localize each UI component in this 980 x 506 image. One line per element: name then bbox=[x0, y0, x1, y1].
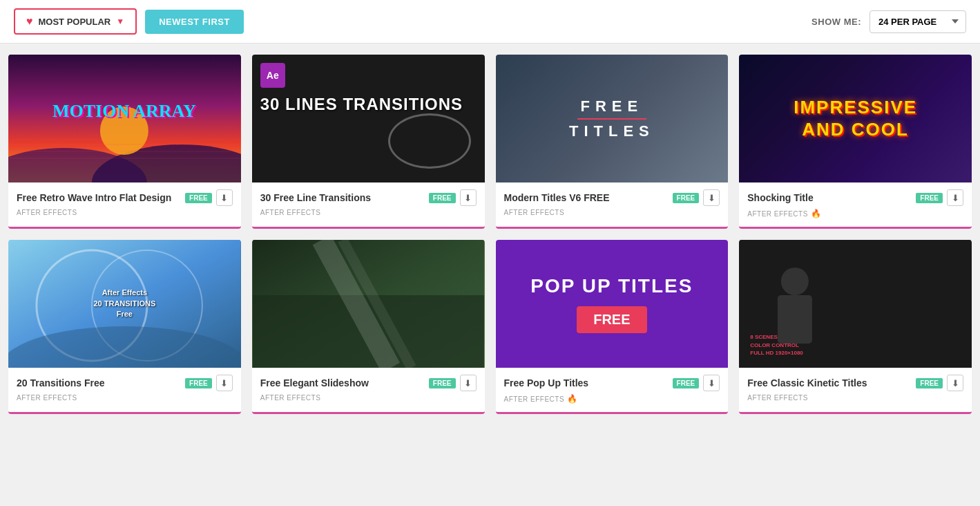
card-elegant-slideshow: YOUR TEXT HERE 06 Free Elegant Slideshow… bbox=[252, 240, 485, 414]
card-category: AFTER EFFECTS bbox=[260, 394, 477, 402]
category-label: AFTER EFFECTS bbox=[504, 395, 565, 403]
svg-point-17 bbox=[781, 268, 809, 295]
shocking-title-text: IMPRESSIVEAND COOL bbox=[794, 97, 917, 140]
download-button[interactable]: ⬇ bbox=[703, 375, 720, 391]
card-thumbnail[interactable]: Ae 30 LINES TRANSITIONS bbox=[252, 55, 485, 182]
card-thumbnail[interactable]: YOUR TEXT HERE 06 bbox=[252, 240, 485, 368]
card-title: Free Classic Kinetic Titles bbox=[747, 377, 867, 388]
card-meta: FREE ⬇ bbox=[673, 189, 720, 206]
show-me-label: SHOW ME: bbox=[811, 17, 861, 27]
card-shocking-title: IMPRESSIVEAND COOL Shocking Title FREE ⬇… bbox=[739, 55, 972, 229]
card-thumbnail[interactable]: POP UP TITLES FREE bbox=[496, 240, 729, 368]
free-badge: FREE bbox=[673, 378, 700, 388]
card-meta: FREE ⬇ bbox=[185, 189, 233, 206]
category-label: AFTER EFFECTS bbox=[260, 209, 321, 216]
card-modern-titles: FREE TITLES Modern Titles V6 FREE FREE ⬇… bbox=[496, 55, 729, 229]
download-button[interactable]: ⬇ bbox=[460, 375, 477, 391]
card-category: AFTER EFFECTS bbox=[17, 394, 233, 402]
thumbnail-image: IMPRESSIVEAND COOL bbox=[739, 55, 972, 182]
kinetic-details-text: 8 SCENESCOLOR CONTROLFULL HD 1920×1080 bbox=[750, 333, 803, 357]
thumbnail-image: MOTION ARRAY bbox=[8, 55, 241, 182]
thumbnail-image: CLASSIC KINETIC TITLES FREE 8 SCENESCOLO… bbox=[739, 240, 972, 368]
download-button[interactable]: ⬇ bbox=[947, 189, 963, 206]
card-title-row: Free Pop Up Titles FREE ⬇ bbox=[504, 375, 720, 391]
card-info: Free Retro Wave Intro Flat Design FREE ⬇… bbox=[8, 182, 241, 225]
chevron-down-icon: ▼ bbox=[116, 17, 124, 26]
free-badge: FREE bbox=[916, 193, 943, 203]
card-info: Free Classic Kinetic Titles FREE ⬇ AFTER… bbox=[739, 368, 972, 410]
category-label: AFTER EFFECTS bbox=[504, 209, 565, 216]
card-category: AFTER EFFECTS 🔥 bbox=[504, 394, 720, 404]
card-thumbnail[interactable]: IMPRESSIVEAND COOL bbox=[739, 55, 972, 182]
free-badge: FREE bbox=[185, 193, 212, 203]
free-badge: FREE bbox=[185, 378, 212, 388]
card-meta: FREE ⬇ bbox=[429, 189, 477, 206]
card-thumbnail[interactable]: MOTION ARRAY bbox=[8, 55, 241, 182]
lines-circle bbox=[388, 113, 471, 169]
cards-grid: MOTION ARRAY Free Retro Wave Intro Flat … bbox=[0, 44, 980, 425]
card-info: 30 Free Line Transitions FREE ⬇ AFTER EF… bbox=[252, 182, 485, 225]
download-button[interactable]: ⬇ bbox=[460, 189, 477, 206]
card-retro-wave: MOTION ARRAY Free Retro Wave Intro Flat … bbox=[8, 55, 241, 229]
free-badge: FREE bbox=[916, 378, 943, 388]
most-popular-button[interactable]: ♥ MOST POPULAR ▼ bbox=[14, 8, 137, 35]
category-label: AFTER EFFECTS bbox=[17, 209, 77, 216]
card-title-row: Free Classic Kinetic Titles FREE ⬇ bbox=[747, 375, 963, 391]
thumbnail-image: FREE TITLES bbox=[496, 55, 729, 182]
free-badge: FREE bbox=[673, 193, 700, 203]
card-category: AFTER EFFECTS bbox=[260, 209, 477, 216]
thumbnail-image: After Effects20 TRANSITIONSFree bbox=[8, 240, 241, 368]
svg-text:MOTION ARRAY: MOTION ARRAY bbox=[52, 101, 196, 121]
card-info: Free Pop Up Titles FREE ⬇ AFTER EFFECTS … bbox=[496, 368, 729, 412]
card-info: Modern Titles V6 FREE FREE ⬇ AFTER EFFEC… bbox=[496, 182, 729, 225]
card-info: Shocking Title FREE ⬇ AFTER EFFECTS 🔥 bbox=[739, 182, 972, 227]
card-popup-titles: POP UP TITLES FREE Free Pop Up Titles FR… bbox=[496, 240, 729, 414]
top-bar: ♥ MOST POPULAR ▼ NEWEST FIRST SHOW ME: 1… bbox=[0, 0, 980, 44]
card-info: Free Elegant Slideshow FREE ⬇ AFTER EFFE… bbox=[252, 368, 485, 410]
thumbnail-image: YOUR TEXT HERE 06 bbox=[252, 240, 485, 368]
category-label: AFTER EFFECTS bbox=[747, 394, 808, 402]
newest-first-button[interactable]: NEWEST FIRST bbox=[145, 10, 244, 34]
card-category: AFTER EFFECTS bbox=[747, 394, 963, 402]
popup-free-text: FREE bbox=[577, 306, 646, 333]
category-label: AFTER EFFECTS bbox=[17, 394, 77, 402]
show-me-section: SHOW ME: 12 PER PAGE 24 PER PAGE 48 PER … bbox=[811, 10, 966, 33]
thumbnail-image: POP UP TITLES FREE bbox=[496, 240, 729, 368]
modern-line bbox=[577, 118, 646, 120]
card-category: AFTER EFFECTS 🔥 bbox=[747, 209, 963, 218]
modern-top-text: FREE bbox=[581, 97, 644, 115]
download-button[interactable]: ⬇ bbox=[216, 375, 233, 391]
card-info: 20 Transitions Free FREE ⬇ AFTER EFFECTS bbox=[8, 368, 241, 410]
card-title: Modern Titles V6 FREE bbox=[504, 192, 610, 203]
fire-icon: 🔥 bbox=[811, 209, 822, 218]
card-title: Free Pop Up Titles bbox=[504, 377, 589, 388]
card-thumbnail[interactable]: After Effects20 TRANSITIONSFree bbox=[8, 240, 241, 368]
card-thumbnail[interactable]: FREE TITLES bbox=[496, 55, 729, 182]
card-title-row: Shocking Title FREE ⬇ bbox=[747, 189, 963, 206]
card-title-row: Free Retro Wave Intro Flat Design FREE ⬇ bbox=[17, 189, 233, 206]
card-meta: FREE ⬇ bbox=[673, 375, 720, 391]
category-label: AFTER EFFECTS bbox=[747, 210, 808, 218]
free-badge: FREE bbox=[429, 378, 456, 388]
download-button[interactable]: ⬇ bbox=[703, 189, 720, 206]
transitions-overlay-text: After Effects20 TRANSITIONSFree bbox=[93, 288, 155, 319]
per-page-select[interactable]: 12 PER PAGE 24 PER PAGE 48 PER PAGE bbox=[869, 10, 966, 33]
ae-logo: Ae bbox=[260, 63, 285, 88]
card-title: Free Retro Wave Intro Flat Design bbox=[17, 192, 171, 203]
card-kinetic-titles: CLASSIC KINETIC TITLES FREE 8 SCENESCOLO… bbox=[739, 240, 972, 414]
download-button[interactable]: ⬇ bbox=[947, 375, 963, 391]
card-title: Free Elegant Slideshow bbox=[260, 377, 369, 388]
card-title-row: 30 Free Line Transitions FREE ⬇ bbox=[260, 189, 477, 206]
card-20-transitions: After Effects20 TRANSITIONSFree 20 Trans… bbox=[8, 240, 241, 414]
fire-icon: 🔥 bbox=[567, 394, 578, 404]
popup-title-text: POP UP TITLES bbox=[530, 274, 693, 298]
card-title-row: Modern Titles V6 FREE FREE ⬇ bbox=[504, 189, 720, 206]
card-meta: FREE ⬇ bbox=[185, 375, 233, 391]
download-button[interactable]: ⬇ bbox=[216, 189, 233, 206]
card-thumbnail[interactable]: CLASSIC KINETIC TITLES FREE 8 SCENESCOLO… bbox=[739, 240, 972, 368]
card-line-transitions: Ae 30 LINES TRANSITIONS 30 Free Line Tra… bbox=[252, 55, 485, 229]
heart-icon: ♥ bbox=[26, 15, 33, 28]
card-title-row: Free Elegant Slideshow FREE ⬇ bbox=[260, 375, 477, 391]
card-title: 30 Free Line Transitions bbox=[260, 192, 371, 203]
thumbnail-image: Ae 30 LINES TRANSITIONS bbox=[252, 55, 485, 182]
